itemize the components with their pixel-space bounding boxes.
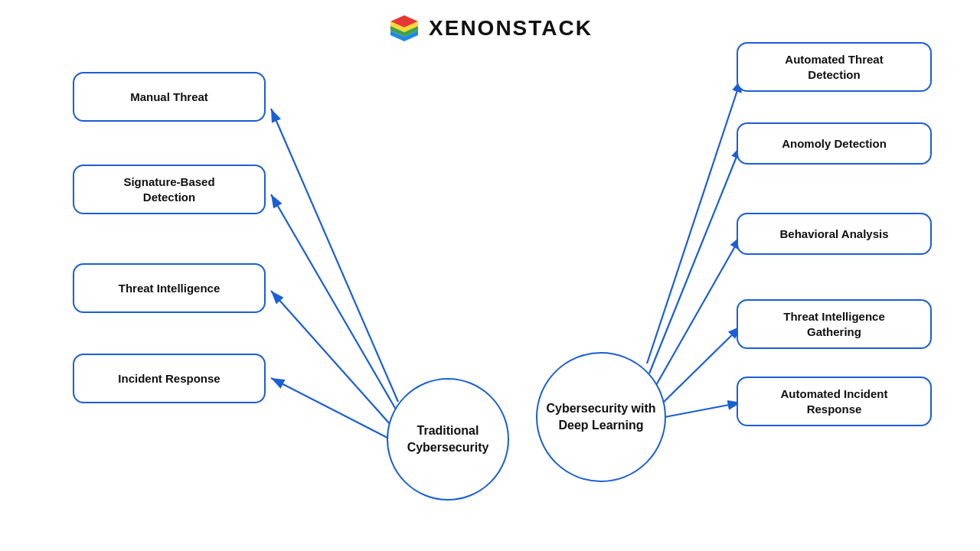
automated-incident-response-node: Automated IncidentResponse [737, 377, 932, 426]
svg-line-12 [655, 236, 741, 386]
logo-text: XENONSTACK [429, 16, 593, 41]
svg-line-7 [271, 194, 398, 413]
svg-line-11 [649, 145, 741, 373]
svg-line-6 [271, 109, 398, 402]
svg-line-8 [271, 291, 390, 425]
traditional-cybersecurity-circle: TraditionalCybersecurity [387, 378, 509, 500]
signature-based-node: Signature-BasedDetection [73, 165, 266, 214]
xenonstack-logo-icon [387, 14, 421, 43]
manual-threat-node: Manual Threat [73, 72, 266, 122]
behavioral-analysis-node: Behavioral Analysis [737, 213, 932, 255]
svg-line-10 [647, 79, 741, 364]
svg-line-9 [271, 378, 387, 438]
svg-line-14 [665, 403, 741, 417]
threat-intelligence-node: Threat Intelligence [73, 263, 266, 313]
cybersecurity-deep-learning-circle: Cybersecurity withDeep Learning [536, 352, 666, 482]
threat-intelligence-gathering-node: Threat IntelligenceGathering [737, 299, 932, 349]
automated-threat-detection-node: Automated ThreatDetection [737, 42, 932, 92]
svg-line-13 [660, 326, 741, 406]
incident-response-node: Incident Response [73, 354, 266, 403]
anomaly-detection-node: Anomoly Detection [737, 122, 932, 165]
header: XENONSTACK [0, 0, 980, 43]
